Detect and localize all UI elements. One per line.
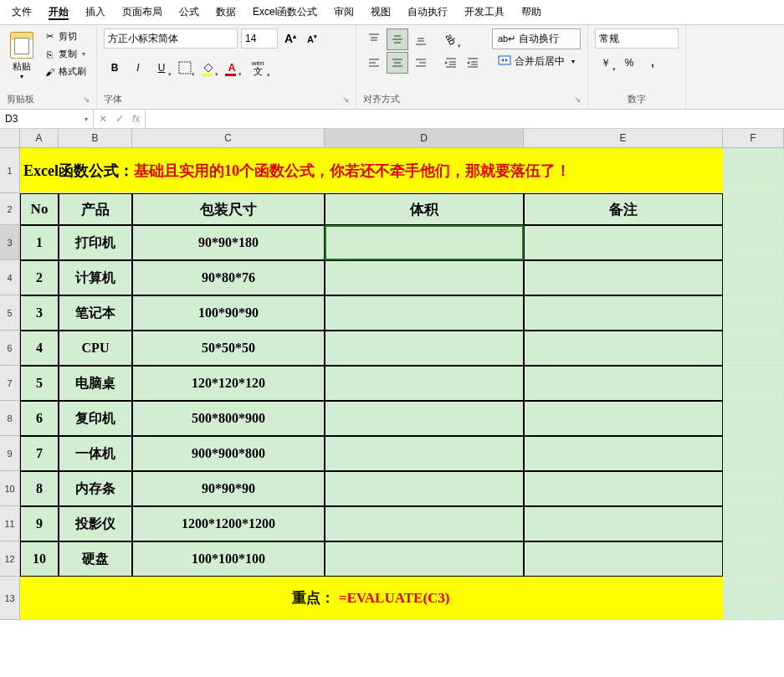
cell-A7[interactable]: 5 (20, 366, 59, 401)
align-left-button[interactable] (363, 52, 385, 74)
cell-D10[interactable] (325, 471, 524, 506)
align-center-button[interactable] (387, 52, 408, 74)
decrease-font-button[interactable]: A▾ (303, 29, 321, 48)
cell-A3[interactable]: 1 (20, 225, 59, 260)
cell-F9[interactable] (723, 436, 784, 471)
cell-B12[interactable]: 硬盘 (59, 541, 132, 577)
header-volume[interactable]: 体积 (325, 193, 524, 225)
cell-D12[interactable] (325, 541, 524, 577)
currency-button[interactable]: ￥▾ (595, 52, 617, 74)
wrap-text-button[interactable]: ab↵自动换行 (492, 28, 581, 49)
cancel-formula-icon[interactable]: ✕ (99, 113, 107, 125)
cell-F11[interactable] (723, 506, 784, 541)
font-color-button[interactable]: A▾ (221, 57, 243, 79)
menu-auto[interactable]: 自动执行 (399, 0, 456, 24)
decrease-indent-button[interactable] (440, 52, 462, 74)
cell-B6[interactable]: CPU (59, 331, 132, 366)
cell-E3[interactable] (524, 225, 723, 260)
cell-D3[interactable] (325, 225, 524, 260)
align-right-button[interactable] (410, 52, 432, 74)
row-header-13[interactable]: 13 (0, 577, 20, 620)
cell-C11[interactable]: 1200*1200*1200 (132, 506, 325, 541)
cell-C4[interactable]: 90*80*76 (132, 260, 325, 295)
cell-F4[interactable] (723, 260, 784, 295)
cell-E10[interactable] (524, 471, 723, 506)
select-all-corner[interactable] (0, 129, 20, 147)
cell-B10[interactable]: 内存条 (59, 471, 132, 506)
confirm-formula-icon[interactable]: ✓ (115, 113, 124, 125)
menu-excel-funcs[interactable]: Excel函数公式 (244, 0, 325, 24)
cell-B3[interactable]: 打印机 (59, 225, 132, 260)
cell-B8[interactable]: 复印机 (59, 401, 132, 436)
cell-C6[interactable]: 50*50*50 (132, 331, 325, 366)
bold-button[interactable]: B (104, 57, 126, 79)
cell-E5[interactable] (524, 295, 723, 331)
menu-dev[interactable]: 开发工具 (456, 0, 513, 24)
row-header-5[interactable]: 5 (0, 295, 20, 331)
cell-C12[interactable]: 100*100*100 (132, 541, 325, 577)
cell-A9[interactable]: 7 (20, 436, 59, 471)
increase-font-button[interactable]: A▴ (281, 29, 300, 48)
cell-E6[interactable] (524, 331, 723, 366)
cut-button[interactable]: 剪切 (40, 28, 90, 44)
align-top-button[interactable] (363, 28, 385, 50)
row-header-2[interactable]: 2 (0, 193, 20, 225)
cell-B9[interactable]: 一体机 (59, 436, 132, 471)
menu-review[interactable]: 审阅 (325, 0, 362, 24)
cell-A8[interactable]: 6 (20, 401, 59, 436)
cell-A4[interactable]: 2 (20, 260, 59, 295)
row-header-1[interactable]: 1 (0, 148, 20, 193)
menu-help[interactable]: 帮助 (513, 0, 550, 24)
cell-C9[interactable]: 900*900*800 (132, 436, 325, 471)
formula-input[interactable] (146, 110, 784, 128)
cell-E12[interactable] (524, 541, 723, 577)
dialog-launcher-icon[interactable]: ↘ (83, 95, 90, 104)
cell-A6[interactable]: 4 (20, 331, 59, 366)
row-header-9[interactable]: 9 (0, 436, 20, 471)
cell-C7[interactable]: 120*120*120 (132, 366, 325, 401)
col-header-B[interactable]: B (59, 129, 132, 147)
cell-B5[interactable]: 笔记本 (59, 295, 132, 331)
cell-F5[interactable] (723, 295, 784, 331)
row-header-6[interactable]: 6 (0, 331, 20, 366)
paste-button[interactable]: 粘贴 ▾ (7, 28, 37, 84)
row-header-11[interactable]: 11 (0, 506, 20, 541)
dialog-launcher-icon[interactable]: ↘ (574, 95, 581, 104)
cell-C3[interactable]: 90*90*180 (132, 225, 325, 260)
name-box[interactable]: D3▾ (0, 110, 94, 128)
align-middle-button[interactable] (387, 28, 408, 50)
cell-D7[interactable] (325, 366, 524, 401)
row-header-8[interactable]: 8 (0, 401, 20, 436)
cell-F6[interactable] (723, 331, 784, 366)
comma-button[interactable]: , (642, 52, 664, 74)
italic-button[interactable]: I (127, 57, 149, 79)
format-painter-button[interactable]: 格式刷 (40, 64, 90, 79)
menu-home[interactable]: 开始 (40, 0, 77, 24)
header-no[interactable]: No (20, 193, 59, 225)
cell-D8[interactable] (325, 401, 524, 436)
percent-button[interactable]: % (618, 52, 640, 74)
header-note[interactable]: 备注 (524, 193, 723, 225)
cell-D11[interactable] (325, 506, 524, 541)
cell-C10[interactable]: 90*90*90 (132, 471, 325, 506)
row-header-12[interactable]: 12 (0, 541, 20, 577)
menu-insert[interactable]: 插入 (77, 0, 114, 24)
border-button[interactable]: ▾ (174, 57, 196, 79)
cell-F3[interactable] (723, 225, 784, 260)
row-header-3[interactable]: 3 (0, 225, 20, 260)
cell-D4[interactable] (325, 260, 524, 295)
cell-F8[interactable] (723, 401, 784, 436)
cell-D9[interactable] (325, 436, 524, 471)
menu-view[interactable]: 视图 (362, 0, 399, 24)
cell-A10[interactable]: 8 (20, 471, 59, 506)
copy-button[interactable]: 复制▾ (40, 46, 90, 62)
col-header-C[interactable]: C (132, 129, 325, 147)
menu-page-layout[interactable]: 页面布局 (114, 0, 171, 24)
cell-C5[interactable]: 100*90*90 (132, 295, 325, 331)
cell-F7[interactable] (723, 366, 784, 401)
fx-icon[interactable]: fx (132, 113, 140, 125)
col-header-E[interactable]: E (524, 129, 723, 147)
header-product[interactable]: 产品 (59, 193, 132, 225)
cell-F13[interactable] (723, 577, 784, 620)
footer-cell[interactable]: 重点： =EVALUATE(C3) (20, 577, 723, 620)
